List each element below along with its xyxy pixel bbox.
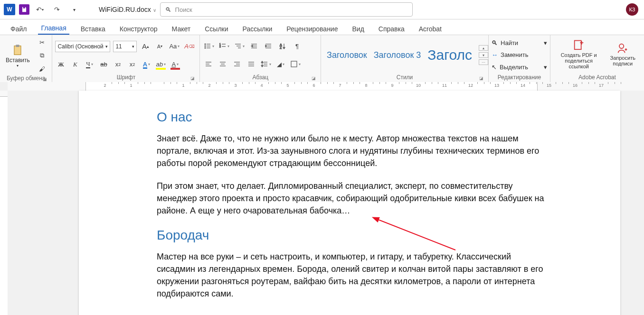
svg-rect-1 bbox=[16, 45, 19, 47]
search-icon: 🔍︎ bbox=[165, 6, 171, 13]
create-pdf-button[interactable]: Создать PDF и поделиться ссылкой bbox=[555, 37, 603, 71]
paragraph-2: При этом знает, что делает. Дипломирован… bbox=[157, 180, 544, 217]
align-right-button[interactable] bbox=[231, 59, 243, 69]
svg-marker-22 bbox=[265, 45, 267, 47]
ribbon-tabs: Файл Главная Вставка Конструктор Макет С… bbox=[0, 19, 644, 35]
tab-home[interactable]: Главная bbox=[38, 22, 69, 35]
svg-text:2: 2 bbox=[219, 45, 221, 48]
svg-point-2 bbox=[205, 44, 206, 45]
redo-button[interactable]: ↷ bbox=[50, 3, 64, 16]
tab-view[interactable]: Вид bbox=[349, 23, 367, 35]
replace-button[interactable]: ↔Заменить bbox=[492, 50, 547, 60]
highlight-button[interactable]: ab▾ bbox=[155, 59, 166, 70]
vertical-ruler[interactable] bbox=[0, 91, 8, 315]
bullets-button[interactable]: ▾ bbox=[203, 41, 215, 51]
multilevel-button[interactable]: ▾ bbox=[233, 41, 246, 51]
group-label-acrobat: Adobe Acrobat bbox=[553, 73, 641, 83]
clipboard-launcher[interactable]: ◪ bbox=[43, 77, 47, 82]
ribbon: Вставить ▾ ✂ ⧉ 🖌 Буфер обмена◪ Calibri (… bbox=[0, 35, 644, 83]
tab-design[interactable]: Конструктор bbox=[117, 23, 161, 35]
ruler-corner bbox=[0, 82, 8, 91]
font-name-combo[interactable]: Calibri (Основной▾ bbox=[55, 41, 110, 52]
tab-review[interactable]: Рецензирование bbox=[284, 23, 341, 35]
group-label-editing: Редактирование bbox=[492, 73, 547, 83]
svg-point-3 bbox=[205, 46, 206, 46]
select-button[interactable]: ↖Выделить▾ bbox=[492, 62, 547, 72]
group-styles: Заголовок Заголовок 3 Заголс ▴▾⋯ Стили◪ bbox=[321, 35, 489, 83]
style-heading[interactable]: Заголовок bbox=[327, 50, 367, 60]
group-acrobat: Создать PDF и поделиться ссылкой Запроси… bbox=[550, 35, 644, 83]
inc-indent-button[interactable] bbox=[263, 41, 274, 51]
group-clipboard: Вставить ▾ ✂ ⧉ 🖌 Буфер обмена◪ bbox=[0, 35, 52, 83]
align-center-button[interactable] bbox=[217, 59, 228, 69]
cut-button[interactable]: ✂ bbox=[36, 37, 47, 47]
line-spacing-button[interactable]: ▾ bbox=[260, 59, 272, 69]
svg-marker-43 bbox=[261, 61, 263, 63]
bold-button[interactable]: Ж bbox=[55, 59, 66, 70]
superscript-button[interactable]: x2 bbox=[126, 59, 138, 70]
document-area: О нас Знает всё. Даже то, что не нужно и… bbox=[8, 91, 644, 315]
tab-mailings[interactable]: Рассылки bbox=[240, 23, 275, 35]
borders-button[interactable]: ▾ bbox=[289, 59, 302, 69]
copy-button[interactable]: ⧉ bbox=[36, 50, 47, 61]
tab-help[interactable]: Справка bbox=[376, 23, 407, 35]
search-input[interactable]: 🔍︎ Поиск bbox=[160, 2, 413, 17]
tab-acrobat[interactable]: Acrobat bbox=[416, 23, 445, 35]
horizontal-ruler[interactable]: 211234567891011121314151617 bbox=[8, 82, 644, 91]
paragraph-launcher[interactable]: ◪ bbox=[312, 76, 316, 81]
word-icon: W bbox=[4, 4, 15, 15]
sort-button[interactable]: AZ bbox=[277, 41, 288, 51]
clear-format-button[interactable]: A⌫ bbox=[183, 41, 196, 52]
styles-scroll[interactable]: ▴▾⋯ bbox=[479, 45, 488, 65]
document-name[interactable]: WiFiGiD.RU.docx ∨ bbox=[99, 6, 156, 13]
format-painter-button[interactable]: 🖌 bbox=[36, 64, 47, 74]
tab-insert[interactable]: Вставка bbox=[78, 23, 108, 35]
svg-rect-45 bbox=[291, 61, 297, 67]
change-case-button[interactable]: Aa▾ bbox=[168, 41, 180, 52]
font-color-button[interactable]: A▾ bbox=[170, 59, 181, 70]
group-paragraph: ▾ 12▾ ▾ AZ ¶ ▾ ◢▾ ▾ Абзац◪ bbox=[200, 35, 321, 83]
strike-button[interactable]: ab bbox=[98, 59, 109, 70]
heading-about: О нас bbox=[157, 110, 544, 125]
group-label-font: Шрифт◪ bbox=[55, 73, 197, 83]
svg-marker-26 bbox=[283, 47, 285, 49]
grow-font-button[interactable]: A▴ bbox=[140, 41, 151, 52]
style-title[interactable]: Заголс bbox=[427, 47, 472, 63]
group-font: Calibri (Основной▾ 11▾ A▴ A▾ Aa▾ A⌫ Ж К … bbox=[52, 35, 200, 83]
text-effects-button[interactable]: A▾ bbox=[141, 59, 152, 70]
svg-text:Z: Z bbox=[280, 46, 282, 49]
svg-rect-0 bbox=[14, 46, 21, 55]
page[interactable]: О нас Знает всё. Даже то, что не нужно и… bbox=[79, 91, 620, 315]
paste-button[interactable]: Вставить ▾ bbox=[4, 38, 31, 73]
svg-marker-44 bbox=[261, 65, 263, 67]
request-sign-button[interactable]: Запросить подписи bbox=[606, 37, 639, 71]
find-button[interactable]: 🔍︎Найти▾ bbox=[492, 38, 547, 48]
styles-launcher[interactable]: ◪ bbox=[479, 76, 483, 81]
svg-point-4 bbox=[205, 47, 206, 48]
subscript-button[interactable]: x2 bbox=[112, 59, 123, 70]
tab-file[interactable]: Файл bbox=[8, 23, 29, 35]
dec-indent-button[interactable] bbox=[248, 41, 260, 51]
tab-references[interactable]: Ссылки bbox=[202, 23, 231, 35]
save-button[interactable] bbox=[19, 4, 29, 15]
font-size-combo[interactable]: 11▾ bbox=[113, 41, 137, 52]
paragraph-3: Мастер на все руки – и сеть настроить, и… bbox=[157, 250, 544, 300]
paragraph-1: Знает всё. Даже то, что не нужно или был… bbox=[157, 132, 544, 169]
align-left-button[interactable] bbox=[203, 59, 214, 69]
user-avatar[interactable]: КЗ bbox=[626, 3, 638, 16]
numbering-button[interactable]: 12▾ bbox=[218, 41, 230, 51]
undo-button[interactable]: ↶▾ bbox=[33, 3, 47, 16]
font-launcher[interactable]: ◪ bbox=[190, 76, 195, 81]
group-editing: 🔍︎Найти▾ ↔Заменить ↖Выделить▾ Редактиров… bbox=[489, 35, 550, 83]
group-label-styles: Стили◪ bbox=[324, 73, 485, 83]
underline-button[interactable]: Ч▾ bbox=[84, 59, 95, 70]
tab-layout[interactable]: Макет bbox=[169, 23, 194, 35]
shrink-font-button[interactable]: A▾ bbox=[154, 41, 165, 52]
shading-button[interactable]: ◢▾ bbox=[275, 59, 286, 69]
svg-point-47 bbox=[619, 44, 624, 48]
style-heading3[interactable]: Заголовок 3 bbox=[374, 50, 421, 60]
justify-button[interactable] bbox=[246, 59, 257, 69]
qat-customize[interactable]: ▾ bbox=[67, 3, 81, 16]
show-marks-button[interactable]: ¶ bbox=[291, 41, 303, 51]
italic-button[interactable]: К bbox=[69, 59, 81, 70]
